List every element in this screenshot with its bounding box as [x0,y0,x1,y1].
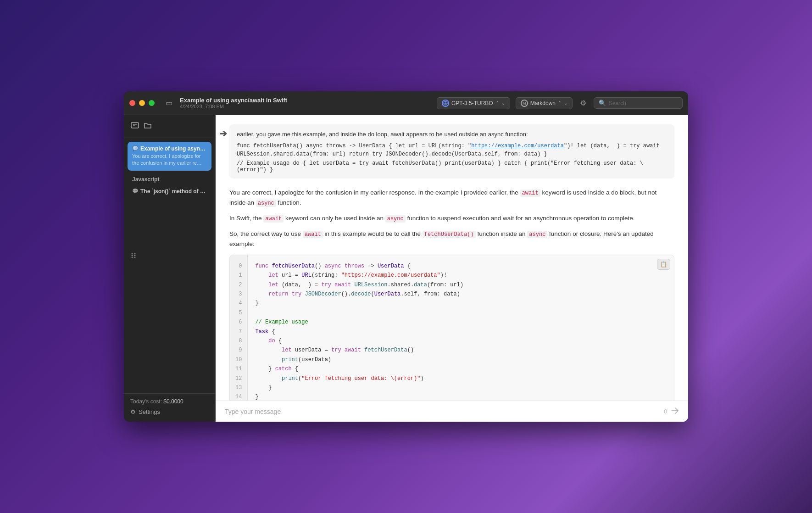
code-line-6: // Example usage [255,318,667,327]
code-line-10: print(userData) [255,355,667,364]
format-selector[interactable]: M Markdown ⌃ ⌄ [516,97,573,109]
user-code-inline: func fetchUserData() async throws -> Use… [237,142,667,158]
user-message-block: earlier, you gave me this example, and i… [229,124,674,178]
settings-icon[interactable]: ⚙ [578,97,588,109]
settings-gear-icon: ⚙ [130,408,136,415]
format-chevron-icon: ⌃ [558,100,562,106]
sidebar-resize-handle[interactable] [129,251,138,262]
code-line-7: Task { [255,327,667,336]
sidebar-item-active[interactable]: 💬 Example of using async/await You are c… [128,142,211,171]
input-area: 0 [216,401,688,422]
code-line-8: do { [255,336,667,346]
title-section: Example of using async/await in Swift 4/… [176,97,437,109]
model-chevron-icon: ⌃ [495,100,499,106]
window-title: Example of using async/await in Swift [180,97,437,104]
main-area: 💬 Example of using async/await You are c… [124,115,688,422]
cost-label: Today's cost: [130,398,162,405]
message-input[interactable] [225,408,664,415]
new-chat-icon[interactable] [130,121,139,132]
assistant-para-3: So, the correct way to use await in this… [229,229,674,249]
search-box: 🔍 [594,97,683,109]
sidebar-items: 💬 Example of using async/await You are c… [124,138,215,393]
search-input[interactable] [609,100,678,106]
settings-label: Settings [139,408,160,415]
copy-button[interactable]: 📋 [657,259,670,270]
settings-button[interactable]: ⚙ Settings [130,407,209,417]
input-actions: 0 [664,407,679,416]
sidebar-toggle-icon[interactable]: ▭ [162,97,176,109]
svg-point-6 [132,253,133,255]
user-usage-line: // Example usage do { let userData = try… [237,160,667,173]
code-line-12: print("Error fetching user data: \(error… [255,374,667,383]
title-bar: ▭ Example of using async/await in Swift … [124,91,688,115]
code-line-11: } catch { [255,364,667,374]
traffic-lights [129,100,155,106]
assistant-para-2: In Swift, the await keyword can only be … [229,213,674,223]
code-line-3: return try JSONDecoder().decode(UserData… [255,290,667,299]
sidebar: 💬 Example of using async/await You are c… [124,115,216,422]
code-line-14: } [255,392,667,401]
format-expand-icon: ⌄ [564,100,567,106]
folder-icon[interactable] [143,121,152,132]
sidebar-item-preview-1: You are correct, I apologize for the con… [132,153,207,167]
code-line-13: } [255,383,667,392]
code-block: 📋 0 1 2 3 4 5 6 7 8 [229,255,674,401]
app-window: ▭ Example of using async/await in Swift … [124,91,688,422]
search-icon: 🔍 [599,100,606,106]
sidebar-item-title-2: The `json()` method of the `Response` ob… [140,188,207,195]
close-button[interactable] [129,100,135,106]
sidebar-bottom: Today's cost: $0.0000 ⚙ Settings [124,393,215,422]
chat-bubble-icon: 💬 [132,145,139,151]
chat-bubble-icon-2: 💬 [132,188,139,194]
sidebar-item-title-1: Example of using async/await [140,145,207,152]
window-date: 4/24/2023, 7:08 PM [180,104,437,109]
minimize-button[interactable] [139,100,145,106]
sidebar-group-javascript: Javascript [128,173,211,184]
sidebar-toolbar [124,115,215,138]
code-block-inner: 0 1 2 3 4 5 6 7 8 9 10 1 [230,255,674,401]
format-label: Markdown [530,100,556,106]
code-line-5 [255,308,667,318]
code-line-1: let url = URL(string: "https://example.c… [255,271,667,280]
user-message-text: earlier, you gave me this example, and i… [237,130,667,139]
sidebar-item-2[interactable]: 💬 The `json()` method of the `Response` … [128,184,211,199]
svg-point-10 [132,257,133,258]
header-controls: GPT-3.5-TURBO ⌃ ⌄ M Markdown ⌃ ⌄ ⚙ 🔍 [437,97,683,109]
chat-messages[interactable]: You are correct, I apologize for the con… [216,178,688,401]
assistant-message-1: You are correct, I apologize for the con… [229,188,674,401]
model-selector[interactable]: GPT-3.5-TURBO ⌃ ⌄ [437,97,510,109]
svg-point-8 [132,255,133,256]
code-line-2: let (data, _) = try await URLSession.sha… [255,280,667,290]
code-line-9: let userData = try await fetchUserData() [255,346,667,355]
cost-display: Today's cost: $0.0000 [130,398,209,405]
code-line-0: func fetchUserData() async throws -> Use… [255,262,667,271]
model-icon [442,100,449,107]
line-numbers: 0 1 2 3 4 5 6 7 8 9 10 1 [230,255,248,401]
svg-point-9 [134,255,136,256]
svg-point-7 [134,253,136,255]
svg-point-11 [134,257,136,258]
scroll-arrow-icon: ➔ [219,128,227,139]
svg-rect-3 [131,123,139,128]
maximize-button[interactable] [149,100,155,106]
code-content: func fetchUserData() async throws -> Use… [248,255,674,401]
char-count: 0 [664,408,667,415]
model-label: GPT-3.5-TURBO [451,100,493,106]
code-line-4: } [255,299,667,308]
format-icon: M [521,100,528,107]
send-icon[interactable] [671,407,679,416]
model-expand-icon: ⌄ [501,100,505,106]
chat-area: ➔ earlier, you gave me this example, and… [216,115,688,422]
assistant-para-1: You are correct, I apologize for the con… [229,188,674,208]
cost-value: $0.0000 [163,398,183,405]
